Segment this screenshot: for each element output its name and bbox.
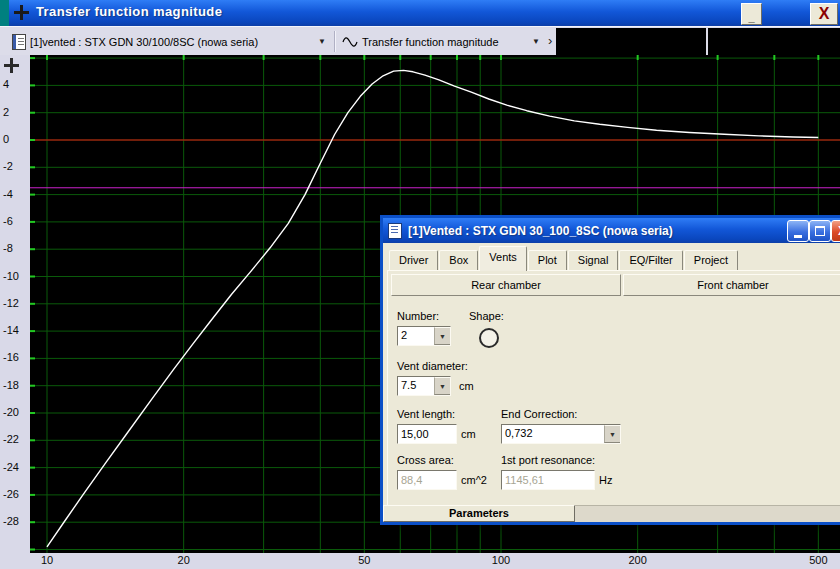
window-title: Transfer function magnitude [36, 4, 222, 19]
port-resonance-unit: Hz [599, 474, 612, 486]
parameters-section-button[interactable]: Parameters [383, 505, 575, 522]
cross-area-label: Cross area: [397, 454, 454, 466]
number-dropdown-icon[interactable]: ▼ [434, 327, 450, 345]
rear-chamber-button[interactable]: Rear chamber [391, 274, 621, 296]
dialog-titlebar[interactable]: [1]Vented : STX GDN 30_100_8SC (nowa ser… [383, 218, 840, 243]
desktop-corner [0, 0, 9, 26]
number-value[interactable]: 2 [398, 327, 434, 345]
tab-plot[interactable]: Plot [528, 250, 567, 270]
vent-diameter-combobox[interactable]: 7.5 ▼ [397, 376, 451, 396]
tab-eq-filter[interactable]: EQ/Filter [619, 250, 682, 270]
y-tick-label: -18 [3, 379, 19, 391]
app-window: Transfer function magnitude _ X [1]vente… [0, 0, 840, 569]
sine-wave-icon [342, 36, 358, 50]
x-tick-label: 50 [349, 554, 379, 566]
maximize-icon [815, 226, 825, 236]
tab-box[interactable]: Box [439, 250, 478, 270]
plot-type-selector[interactable]: Transfer function magnitude [362, 36, 499, 48]
vent-length-label: Vent length: [397, 408, 455, 420]
y-axis-labels: 420-2-4-6-8-10-12-14-16-18-20-22-24-26-2… [0, 55, 30, 553]
y-tick-label: -2 [3, 160, 13, 172]
round-shape-icon[interactable] [479, 328, 499, 348]
toolbar: [1]vented : STX GDN 30/100/8SC (nowa ser… [0, 26, 840, 56]
y-tick-label: -6 [3, 215, 13, 227]
dialog-title: [1]Vented : STX GDN 30_100_8SC (nowa ser… [408, 224, 673, 238]
number-combobox[interactable]: 2 ▼ [397, 326, 451, 346]
minimize-button[interactable]: _ [741, 3, 762, 25]
y-tick-label: 4 [3, 78, 9, 90]
y-tick-label: -16 [3, 351, 19, 363]
x-tick-label: 20 [169, 554, 199, 566]
y-tick-label: -14 [3, 324, 19, 336]
x-tick-label: 500 [803, 554, 833, 566]
tab-project[interactable]: Project [684, 250, 738, 270]
toolbar-blank-panel-2 [708, 28, 840, 55]
project-list-icon [12, 34, 26, 50]
port-resonance-readout [501, 470, 595, 490]
y-tick-label: -12 [3, 297, 19, 309]
vent-diameter-value[interactable]: 7.5 [398, 377, 434, 395]
y-tick-label: -28 [3, 515, 19, 527]
y-tick-label: -22 [3, 433, 19, 445]
x-tick-label: 10 [32, 554, 62, 566]
tab-signal[interactable]: Signal [568, 250, 619, 270]
y-tick-label: 0 [3, 133, 9, 145]
y-tick-label: 2 [3, 106, 9, 118]
y-tick-label: -10 [3, 270, 19, 282]
project-selector[interactable]: [1]vented : STX GDN 30/100/8SC (nowa ser… [30, 36, 258, 48]
cross-area-readout [397, 470, 457, 490]
shape-label: Shape: [469, 310, 504, 322]
x-axis-labels: 102050100200500 [0, 553, 840, 569]
dialog-minimize-button[interactable] [787, 220, 809, 242]
close-button[interactable]: X [810, 3, 838, 25]
toolbar-blank-panel-1 [556, 28, 706, 55]
window-titlebar[interactable]: Transfer function magnitude _ X [0, 0, 840, 26]
number-label: Number: [397, 310, 439, 322]
dialog-maximize-button[interactable] [809, 220, 831, 242]
dialog-icon [388, 223, 402, 239]
vent-diameter-dropdown-icon[interactable]: ▼ [434, 377, 450, 395]
y-tick-label: -4 [3, 188, 13, 200]
parameters-strip [575, 505, 840, 522]
x-tick-label: 200 [623, 554, 653, 566]
y-tick-label: -26 [3, 488, 19, 500]
end-correction-label: End Correction: [501, 408, 577, 420]
front-chamber-button[interactable]: Front chamber [623, 274, 840, 296]
vent-length-unit: cm [461, 428, 476, 440]
port-resonance-label: 1st port resonance: [501, 454, 595, 466]
vent-diameter-label: Vent diameter: [397, 360, 468, 372]
cross-area-unit: cm^2 [461, 474, 487, 486]
x-tick-label: 100 [486, 554, 516, 566]
tab-vents[interactable]: Vents [479, 246, 527, 271]
dialog-tabs: Driver Box Vents Plot Signal EQ/Filter P… [389, 246, 739, 270]
y-tick-label: -24 [3, 461, 19, 473]
toolbar-divider [334, 31, 335, 52]
end-correction-combobox[interactable]: 0,732 ▼ [501, 424, 621, 444]
end-correction-value[interactable]: 0,732 [502, 425, 604, 443]
plot-dropdown-icon[interactable]: ▼ [532, 37, 540, 46]
pan-cross-icon[interactable] [4, 58, 19, 73]
project-dropdown-icon[interactable]: ▼ [318, 37, 326, 46]
y-tick-label: -20 [3, 406, 19, 418]
end-correction-dropdown-icon[interactable]: ▼ [604, 425, 620, 443]
y-tick-label: -8 [3, 242, 13, 254]
overflow-chevron-icon[interactable]: › [548, 33, 552, 48]
vent-length-input[interactable] [397, 424, 457, 444]
tab-driver[interactable]: Driver [389, 250, 438, 270]
dialog-close-button[interactable]: X [831, 220, 840, 242]
move-cross-icon [14, 5, 29, 20]
minimize-icon [794, 235, 802, 238]
vent-diameter-unit: cm [459, 380, 474, 392]
vents-dialog: [1]Vented : STX GDN 30_100_8SC (nowa ser… [380, 215, 840, 525]
